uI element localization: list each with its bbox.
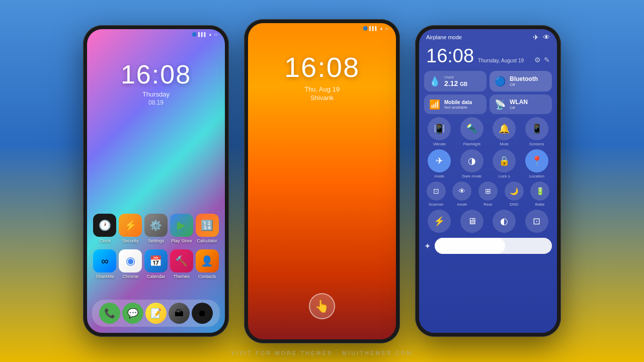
grid-btn[interactable]: ⊡: [522, 210, 552, 233]
dock-camera[interactable]: ⏺: [192, 303, 213, 324]
phone-1-app-grid: 🕐 Clock ⚡ Security ⚙️ Settings ▶ Play St…: [92, 214, 220, 285]
airplane-label: mode: [434, 174, 444, 178]
phone-3-screen: Airplane mode ✈ 👁 16:08 Thursday, August…: [419, 29, 557, 333]
cc-cards-row-1: 💧 Used 2.12 GB 🔵 Bluetooth Off: [419, 71, 557, 95]
battery-saver-icon: 🔋: [530, 182, 549, 201]
flashlight-label: Flashlight: [463, 142, 480, 146]
location-icon: 📍: [525, 149, 548, 172]
dock-notes[interactable]: 📝: [145, 303, 167, 324]
flashlight-btn[interactable]: 🔦 Flashlight: [457, 117, 488, 146]
cc-time: 16:08: [426, 45, 474, 67]
clock-label: Clock: [99, 238, 111, 243]
fingerprint-button[interactable]: 👆: [309, 293, 335, 319]
wlan-label: WLAN: [510, 99, 547, 106]
mute-btn[interactable]: 🔔 Mute: [489, 117, 520, 146]
airplane-mode-label: Airplane mode: [426, 34, 462, 40]
location-btn[interactable]: 📍 Location: [522, 149, 552, 178]
phone-1-dock: 📞 💬 📝 🏔 ⏺: [92, 300, 220, 327]
phone-2-time: 16:08: [284, 51, 360, 83]
calculator-icon: 🔢: [196, 214, 219, 237]
vibrate-btn[interactable]: 📳 Vibrate: [424, 117, 455, 146]
settings-label: Settings: [148, 238, 165, 243]
settings-app[interactable]: ⚙️ Settings: [144, 214, 168, 243]
vibrate-icon: 📳: [428, 117, 451, 140]
screen-icon: 🖥: [460, 210, 484, 233]
battery-saver-btn[interactable]: 🔋 Batte: [528, 182, 552, 207]
dock-phone[interactable]: 📞: [99, 303, 120, 324]
phone-2: 🔵 ▌▌▌ ▲ ▭ 16:08 Thu, Aug 19 Shivank 👆: [244, 19, 400, 343]
cc-buttons-row-2: ✈ mode ◑ Dark mode 🔒 Lock s 📍 Location: [419, 149, 557, 182]
signal-icon: ▌▌▌: [198, 32, 207, 37]
chrome-icon: ◉: [119, 249, 142, 273]
cc-edit-icon[interactable]: ✎: [544, 56, 550, 64]
chrome-label: Chrome: [122, 274, 138, 279]
calendar-label: Calendar: [147, 274, 166, 279]
clock-app[interactable]: 🕐 Clock: [93, 214, 116, 243]
lock-icon: 🔒: [493, 149, 516, 172]
cc-data-card[interactable]: 💧 Used 2.12 GB: [424, 71, 487, 92]
dock-gallery[interactable]: 🏔: [169, 303, 190, 324]
wifi-icon: ▲: [208, 32, 212, 37]
mobile-data-icon: 📶: [429, 99, 440, 110]
screencast-btn[interactable]: 📱 Screens: [522, 117, 552, 146]
cc-settings-icon[interactable]: ⚙: [534, 56, 541, 64]
cc-cards-row-2: 📶 Mobile data Not available 📡 WLAN Off: [419, 95, 557, 117]
battery-icon: ▭: [214, 32, 218, 37]
dock-messages[interactable]: 💬: [122, 303, 143, 324]
cc-top-icons: ✈ 👁: [533, 33, 550, 41]
cc-data-text: Used 2.12 GB: [444, 75, 481, 87]
playstore-icon: ▶: [170, 214, 193, 237]
screencast-icon: 📱: [525, 117, 548, 140]
themes-app[interactable]: 🔨 Themes: [170, 249, 193, 279]
cc-wlan-card[interactable]: 📡 WLAN Off: [490, 95, 552, 114]
playstore-app[interactable]: ▶ Play Store: [170, 214, 193, 243]
brightness-fill: [435, 238, 505, 254]
screencast-label: Screens: [529, 142, 544, 146]
calculator-app[interactable]: 🔢 Calculator: [196, 214, 219, 243]
contacts-app[interactable]: 👤 Contacts: [196, 249, 219, 279]
chrome-app[interactable]: ◉ Chrome: [119, 249, 142, 279]
cc-right-icons: ⚙ ✎: [534, 56, 550, 64]
app-row-1: 🕐 Clock ⚡ Security ⚙️ Settings ▶ Play St…: [92, 214, 220, 243]
control-center: Airplane mode ✈ 👁 16:08 Thursday, August…: [419, 29, 557, 333]
phone-3: Airplane mode ✈ 👁 16:08 Thursday, August…: [415, 25, 561, 337]
shareme-app[interactable]: ∞ ShareMe: [93, 249, 116, 279]
themes-label: Themes: [174, 274, 190, 279]
theme-icon: ◐: [493, 210, 516, 233]
rear-btn[interactable]: ⊞ Rear: [476, 182, 500, 207]
mute-icon: 🔔: [493, 117, 516, 140]
security-label: Security: [122, 238, 139, 243]
scanner-btn[interactable]: ⊡ Scanner: [424, 182, 448, 207]
security-app[interactable]: ⚡ Security: [119, 214, 142, 243]
phone-1-time: 16:08: [121, 59, 191, 89]
lockscreen-btn[interactable]: 🔒 Lock s: [489, 149, 520, 178]
p2-wifi-icon: ▲: [379, 26, 383, 31]
reading-mode-btn[interactable]: 👁 mode: [450, 182, 474, 207]
calendar-app[interactable]: 📅 Calendar: [144, 249, 168, 279]
boost-btn[interactable]: ⚡: [424, 210, 455, 233]
airplane-btn[interactable]: ✈ mode: [424, 149, 455, 178]
cc-bluetooth-card[interactable]: 🔵 Bluetooth Off: [490, 71, 552, 92]
dark-mode-btn[interactable]: ◑ Dark mode: [457, 149, 488, 178]
cc-time-info: Thursday, August 19: [478, 58, 524, 63]
wlan-status: Off: [510, 106, 547, 110]
dark-mode-icon: ◑: [460, 149, 484, 172]
dnd-btn[interactable]: 🌙 DND: [502, 182, 526, 207]
dark-mode-label: Dark mode: [462, 174, 481, 178]
phone-2-name: Shivank: [310, 94, 334, 102]
phone-1-screen: 🔵 ▌▌▌ ▲ ▭ 16:08 Thursday 08.19 🕐 Clock ⚡…: [87, 29, 225, 333]
phone-1-status-icons: 🔵 ▌▌▌ ▲ ▭: [192, 32, 218, 37]
p2-battery-icon: ▭: [385, 26, 389, 31]
phone-2-status-bar: 🔵 ▌▌▌ ▲ ▭: [248, 26, 396, 31]
cc-flight-icon: ✈: [533, 33, 539, 41]
brightness-slider[interactable]: [435, 238, 552, 254]
theme-btn[interactable]: ◐: [489, 210, 520, 233]
phone-2-screen: 🔵 ▌▌▌ ▲ ▭ 16:08 Thu, Aug 19 Shivank 👆: [248, 23, 396, 339]
vibrate-label: Vibrate: [433, 142, 446, 146]
phone-1-day: Thursday: [142, 90, 170, 98]
watermark: VISIT FOR MORE THEMES - MIUITHEMER.COM: [0, 350, 644, 356]
settings-icon: ⚙️: [144, 214, 168, 237]
screen-btn[interactable]: 🖥: [457, 210, 488, 233]
cc-mobile-data-card[interactable]: 📶 Mobile data Not available: [424, 95, 487, 114]
playstore-label: Play Store: [171, 238, 192, 243]
